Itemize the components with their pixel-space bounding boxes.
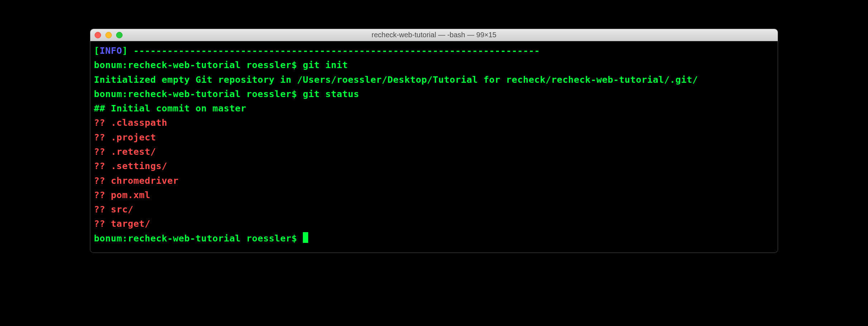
untracked-line: ?? .settings/ — [94, 159, 774, 173]
untracked-file: chromedriver — [111, 175, 178, 186]
info-line: [INFO] ---------------------------------… — [94, 43, 774, 58]
bracket-open: [ — [94, 45, 100, 56]
prompt-text: bonum:recheck-web-tutorial roessler$ — [94, 233, 303, 244]
untracked-line: ?? .project — [94, 130, 774, 144]
prompt-dir: recheck-web-tutorial — [128, 88, 241, 99]
untracked-file: .retest/ — [111, 146, 156, 157]
prompt-dir: recheck-web-tutorial — [128, 59, 241, 70]
bracket-close: ] — [122, 45, 134, 56]
terminal-body[interactable]: [INFO] ---------------------------------… — [90, 41, 778, 253]
prompt-line-1: bonum:recheck-web-tutorial roessler$ git… — [94, 58, 774, 72]
output-line: Initialized empty Git repository in /Use… — [94, 72, 774, 87]
cursor-icon — [303, 232, 308, 243]
untracked-file: pom.xml — [111, 190, 150, 200]
command-text: git status — [303, 88, 359, 99]
prompt-user: roessler$ — [241, 59, 303, 70]
untracked-file: .settings/ — [111, 160, 167, 171]
traffic-lights — [95, 32, 123, 38]
untracked-marker: ?? — [94, 175, 111, 186]
untracked-marker: ?? — [94, 117, 111, 128]
untracked-file: .classpath — [111, 117, 167, 128]
untracked-line: ?? pom.xml — [94, 188, 774, 202]
untracked-line: ?? chromedriver — [94, 173, 774, 188]
untracked-file: src/ — [111, 204, 133, 215]
prompt-line-2: bonum:recheck-web-tutorial roessler$ git… — [94, 87, 774, 101]
untracked-line: ?? .retest/ — [94, 144, 774, 159]
untracked-marker: ?? — [94, 204, 111, 215]
branch-name: master — [213, 103, 247, 114]
command-text: git init — [303, 59, 348, 70]
prompt-line-3[interactable]: bonum:recheck-web-tutorial roessler$ — [94, 231, 774, 245]
window-title: recheck-web-tutorial — -bash — 99×15 — [372, 31, 497, 39]
untracked-marker: ?? — [94, 160, 111, 171]
status-hashes: ## — [94, 103, 111, 114]
close-icon[interactable] — [95, 32, 101, 38]
untracked-marker: ?? — [94, 146, 111, 157]
minimize-icon[interactable] — [105, 32, 112, 38]
dashes: ----------------------------------------… — [133, 45, 540, 56]
untracked-line: ?? src/ — [94, 202, 774, 216]
zoom-icon[interactable] — [116, 32, 123, 38]
status-text: Initial commit on — [111, 103, 213, 114]
untracked-marker: ?? — [94, 132, 111, 143]
untracked-file: target/ — [111, 218, 150, 229]
prompt-host: bonum: — [94, 88, 128, 99]
status-line: ## Initial commit on master — [94, 101, 774, 115]
prompt-host: bonum: — [94, 59, 128, 70]
terminal-window: recheck-web-tutorial — -bash — 99×15 [IN… — [90, 29, 778, 253]
untracked-file: .project — [111, 132, 156, 143]
untracked-marker: ?? — [94, 190, 111, 200]
prompt-user: roessler$ — [241, 88, 303, 99]
info-label: INFO — [100, 45, 122, 56]
titlebar[interactable]: recheck-web-tutorial — -bash — 99×15 — [90, 29, 778, 41]
untracked-marker: ?? — [94, 218, 111, 229]
untracked-line: ?? .classpath — [94, 115, 774, 130]
untracked-line: ?? target/ — [94, 216, 774, 231]
